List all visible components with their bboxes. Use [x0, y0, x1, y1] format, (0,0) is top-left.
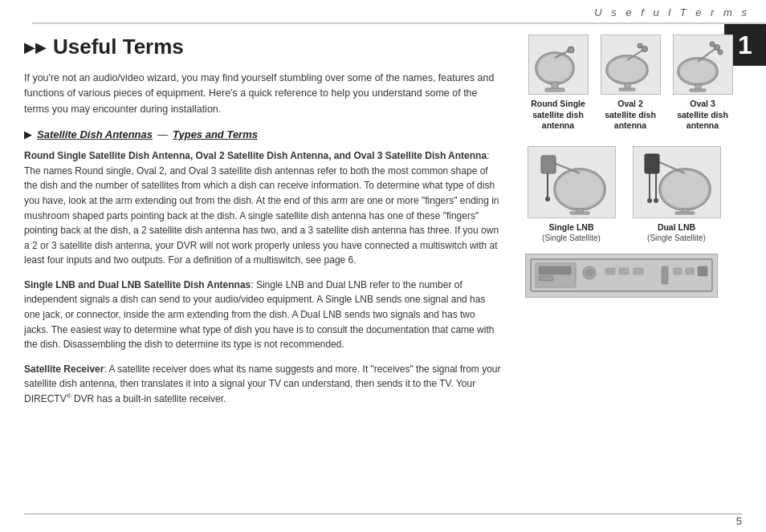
single-lnb-label: Single LNB — [548, 222, 593, 234]
svg-point-22 — [556, 170, 604, 209]
svg-rect-46 — [619, 268, 629, 274]
page-title-area: ▶▶ Useful Terms — [24, 35, 501, 59]
svg-rect-38 — [675, 212, 695, 214]
oval2-label: Oval 2satellite dishantenna — [605, 99, 656, 132]
svg-point-35 — [647, 198, 652, 203]
header-bar: U s e f u l T e r m s — [0, 0, 766, 24]
svg-rect-24 — [541, 156, 556, 173]
svg-rect-32 — [645, 154, 659, 173]
svg-point-16 — [715, 44, 720, 50]
svg-rect-45 — [605, 268, 615, 274]
svg-rect-49 — [674, 268, 682, 274]
svg-point-9 — [642, 46, 648, 51]
section-arrow-icon: ▶ — [24, 128, 32, 140]
svg-rect-42 — [539, 276, 553, 281]
para1-bold: Round Single Satellite Dish Antenna, Ova… — [24, 150, 487, 161]
dual-lnb-svg — [637, 149, 717, 215]
title-arrow-icon: ▶▶ — [24, 39, 47, 56]
svg-point-10 — [638, 43, 642, 48]
para3-bold: Satellite Receiver — [24, 363, 104, 375]
lnb-item-single: Single LNB (Single Satellite) — [525, 146, 617, 242]
single-lnb-svg — [532, 149, 612, 215]
header-line — [32, 22, 766, 24]
oval3-label: Oval 3satellite dishantenna — [677, 99, 728, 132]
page-number: 5 — [736, 515, 742, 527]
paragraph-2: Single LNB and Dual LNB Satellite Dish A… — [24, 278, 501, 352]
receiver-svg — [529, 255, 714, 295]
svg-rect-51 — [698, 266, 707, 276]
svg-rect-12 — [619, 88, 635, 91]
section-link-1[interactable]: Satellite Dish Antennas — [37, 128, 153, 140]
dish-item-oval2: Oval 2satellite dishantenna — [597, 35, 663, 132]
left-column: ▶▶ Useful Terms If you're not an audio/v… — [24, 28, 509, 508]
dual-lnb-sublabel: (Single Satellite) — [647, 234, 706, 242]
round-single-image — [528, 35, 589, 95]
svg-point-17 — [710, 42, 715, 47]
svg-rect-5 — [545, 88, 564, 91]
para1-text: : The names Round single, Oval 2, and Ov… — [24, 150, 499, 266]
svg-rect-28 — [570, 212, 589, 214]
section-link-2[interactable]: Types and Terms — [173, 128, 258, 140]
dish-images-row: Round Singlesatellite dishantenna — [525, 35, 742, 132]
paragraph-3: Satellite Receiver: A satellite receiver… — [24, 362, 501, 407]
svg-point-14 — [679, 59, 716, 83]
svg-rect-41 — [539, 266, 571, 274]
oval3-svg — [675, 38, 730, 92]
lnb-item-dual: Dual LNB (Single Satellite) — [630, 146, 723, 242]
oval2-svg — [603, 38, 658, 92]
page-title: Useful Terms — [53, 35, 184, 59]
oval2-image — [601, 35, 661, 95]
right-column: Round Singlesatellite dishantenna — [525, 28, 742, 508]
svg-point-36 — [654, 198, 658, 203]
dual-lnb-image — [633, 146, 721, 218]
svg-point-30 — [661, 170, 709, 209]
svg-rect-20 — [690, 89, 706, 91]
oval3-image — [673, 35, 733, 95]
section-dash: — — [157, 128, 168, 140]
svg-point-7 — [608, 57, 646, 83]
para2-bold: Single LNB and Dual LNB Satellite Dish A… — [24, 279, 251, 290]
svg-rect-47 — [634, 268, 643, 274]
single-lnb-image — [528, 146, 616, 218]
svg-rect-50 — [686, 268, 694, 274]
svg-rect-48 — [662, 266, 668, 284]
svg-point-44 — [585, 269, 593, 277]
section-heading: ▶ Satellite Dish Antennas — Types and Te… — [24, 128, 501, 140]
dish-item-oval3: Oval 3satellite dishantenna — [670, 35, 735, 132]
header-title: U s e f u l T e r m s — [594, 6, 750, 18]
round-single-label: Round Singlesatellite dishantenna — [531, 99, 585, 132]
svg-point-26 — [545, 197, 550, 201]
content-area: ▶▶ Useful Terms If you're not an audio/v… — [24, 28, 742, 508]
dish-item-round-single: Round Singlesatellite dishantenna — [525, 35, 591, 132]
intro-paragraph: If you're not an audio/video wizard, you… — [24, 71, 501, 117]
svg-point-18 — [718, 50, 723, 55]
round-single-svg — [531, 38, 585, 92]
svg-point-1 — [537, 54, 572, 83]
footer-line — [24, 514, 742, 514]
receiver-image — [525, 254, 718, 298]
dual-lnb-label: Dual LNB — [658, 222, 695, 234]
svg-point-3 — [568, 47, 574, 53]
single-lnb-sublabel: (Single Satellite) — [542, 234, 601, 242]
paragraph-1: Round Single Satellite Dish Antenna, Ova… — [24, 148, 501, 268]
lnb-images-row: Single LNB (Single Satellite) — [525, 146, 742, 242]
